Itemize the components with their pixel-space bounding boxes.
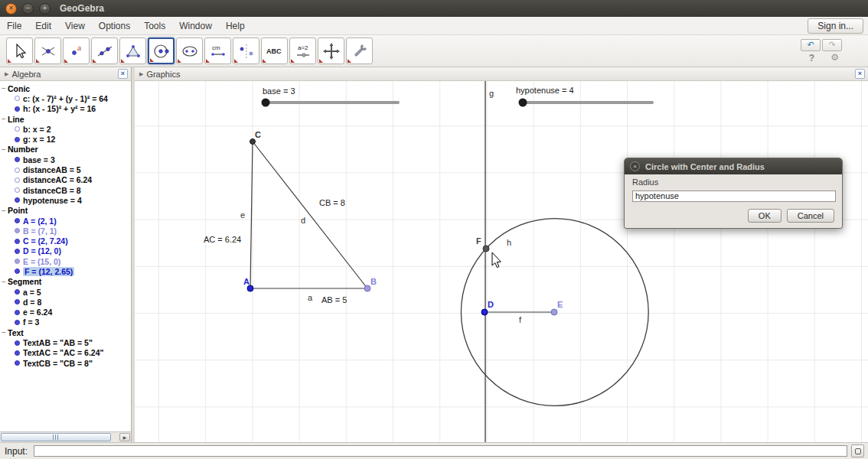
algebra-item[interactable]: TextAB = "AB = 5" <box>0 337 131 347</box>
polygon-tool-button[interactable] <box>119 37 146 64</box>
algebra-item[interactable]: hypotenuse = 4 <box>0 195 131 205</box>
reflect-tool-button[interactable] <box>233 37 259 64</box>
scroll-right-button[interactable]: ▶ <box>119 433 130 441</box>
text-AB[interactable]: AB = 5 <box>321 295 347 304</box>
menu-options[interactable]: Options <box>92 18 137 34</box>
algebra-item[interactable]: f = 3 <box>0 317 131 327</box>
algebra-item-selected[interactable]: F = (12, 2.65) <box>0 266 131 276</box>
algebra-item[interactable]: c: (x - 7)² + (y - 1)² = 64 <box>0 93 131 103</box>
visibility-dot-icon[interactable] <box>15 187 20 193</box>
tool-submenu-arrow-icon[interactable] <box>93 59 96 63</box>
menu-window[interactable]: Window <box>172 18 219 34</box>
conic-tool-button[interactable] <box>176 37 203 64</box>
menu-help[interactable]: Help <box>219 18 252 34</box>
algebra-item[interactable]: g: x = 12 <box>0 134 131 144</box>
algebra-item[interactable]: E = (15, 0) <box>0 256 131 266</box>
tool-submenu-arrow-icon[interactable] <box>64 59 68 63</box>
visibility-dot-icon[interactable] <box>15 299 20 304</box>
point-label-tool-button[interactable]: a <box>63 37 90 64</box>
tool-submenu-arrow-icon[interactable] <box>150 58 154 62</box>
tool-submenu-arrow-icon[interactable] <box>206 59 210 63</box>
tool-submenu-arrow-icon[interactable] <box>263 59 266 63</box>
text-AC[interactable]: AC = 6.24 <box>204 235 241 244</box>
tree-collapse-icon[interactable]: − <box>0 115 8 123</box>
algebra-item[interactable]: TextCB = "CB = 8" <box>0 358 131 368</box>
algebra-item[interactable]: C = (2, 7.24) <box>0 236 131 246</box>
graphics-close-icon[interactable]: × <box>855 69 865 79</box>
move-graphics-tool-button[interactable] <box>318 37 344 64</box>
point-A[interactable] <box>247 285 253 291</box>
ok-button[interactable]: OK <box>748 209 782 223</box>
line-tool-button[interactable] <box>91 37 118 64</box>
tool-submenu-arrow-icon[interactable] <box>291 59 295 63</box>
graphics-view[interactable]: base = 3 hypotenuse = 4 g h <box>135 81 868 442</box>
circle-tool-button[interactable] <box>148 37 175 64</box>
algebra-group-segment[interactable]: − Segment <box>0 277 131 287</box>
algebra-item[interactable]: A = (2, 1) <box>0 216 131 226</box>
visibility-dot-icon[interactable] <box>15 340 20 346</box>
slider-tool-button[interactable]: a=2 <box>289 37 316 64</box>
visibility-dot-icon[interactable] <box>15 168 20 173</box>
algebra-item[interactable]: B = (7, 1) <box>0 226 131 236</box>
point-D[interactable] <box>481 309 488 315</box>
visibility-dot-icon[interactable] <box>15 239 20 244</box>
visibility-dot-icon[interactable] <box>15 269 20 274</box>
algebra-group-conic[interactable]: − Conic <box>0 83 131 93</box>
algebra-item[interactable]: distanceCB = 8 <box>0 185 131 195</box>
move-tool-button[interactable] <box>6 37 33 64</box>
algebra-item[interactable]: distanceAC = 6.24 <box>0 175 131 185</box>
visibility-dot-icon[interactable] <box>15 228 20 233</box>
window-maximize-icon[interactable]: + <box>39 3 51 15</box>
algebra-item[interactable]: d = 8 <box>0 297 131 307</box>
measure-tool-button[interactable]: cm <box>204 37 231 64</box>
algebra-item[interactable]: base = 3 <box>0 155 131 164</box>
visibility-dot-icon[interactable] <box>15 259 20 264</box>
window-close-icon[interactable]: × <box>5 3 17 15</box>
text-CB[interactable]: CB = 8 <box>319 198 345 207</box>
algebra-horizontal-scrollbar[interactable]: ▶ <box>0 431 131 442</box>
redo-button[interactable]: ↷ <box>822 39 842 51</box>
dialog-title-bar[interactable]: × Circle with Center and Radius <box>625 158 842 174</box>
menu-file[interactable]: File <box>0 18 28 34</box>
sign-in-button[interactable]: Sign in... <box>808 18 863 34</box>
tool-submenu-arrow-icon[interactable] <box>8 59 11 63</box>
tree-collapse-icon[interactable]: − <box>0 84 8 93</box>
settings-tool-button[interactable] <box>346 37 373 64</box>
algebra-item[interactable]: TextAC = "AC = 6.24" <box>0 348 131 358</box>
collapse-arrow-icon[interactable]: ▶ <box>139 71 143 77</box>
tool-submenu-arrow-icon[interactable] <box>319 59 323 63</box>
algebra-close-icon[interactable]: × <box>118 69 128 79</box>
algebra-group-text[interactable]: − Text <box>0 327 131 337</box>
visibility-dot-icon[interactable] <box>15 218 20 223</box>
menu-edit[interactable]: Edit <box>28 18 58 34</box>
tree-collapse-icon[interactable]: − <box>0 278 8 286</box>
command-input[interactable] <box>34 445 847 457</box>
visibility-dot-icon[interactable] <box>15 310 20 315</box>
visibility-dot-icon[interactable] <box>15 106 20 112</box>
tool-submenu-arrow-icon[interactable] <box>178 59 181 63</box>
window-minimize-icon[interactable]: − <box>22 3 34 15</box>
point-C[interactable] <box>250 139 256 145</box>
slider-base-handle[interactable] <box>262 99 270 107</box>
tool-submenu-arrow-icon[interactable] <box>348 59 351 63</box>
point-tool-button[interactable] <box>34 37 61 64</box>
visibility-dot-icon[interactable] <box>15 350 20 356</box>
algebra-group-point[interactable]: − Point <box>0 206 131 216</box>
algebra-item[interactable]: h: (x - 15)² + y² = 16 <box>0 104 131 114</box>
cancel-button[interactable]: Cancel <box>787 209 834 223</box>
text-tool-button[interactable]: ABC <box>261 37 288 64</box>
algebra-item[interactable]: distanceAB = 5 <box>0 164 131 174</box>
input-help-button[interactable] <box>851 444 864 457</box>
algebra-group-number[interactable]: − Number <box>0 145 131 155</box>
tool-submenu-arrow-icon[interactable] <box>234 59 238 63</box>
tool-submenu-arrow-icon[interactable] <box>121 59 125 63</box>
title-bar[interactable]: × − + GeoGebra <box>0 0 868 17</box>
tree-collapse-icon[interactable]: − <box>0 328 8 337</box>
algebra-item[interactable]: e = 6.24 <box>0 308 131 317</box>
radius-input[interactable] <box>632 190 836 202</box>
visibility-dot-icon[interactable] <box>15 320 20 325</box>
algebra-item[interactable]: a = 5 <box>0 287 131 297</box>
algebra-item[interactable]: D = (12, 0) <box>0 246 131 256</box>
visibility-dot-icon[interactable] <box>15 157 20 162</box>
dialog-close-icon[interactable]: × <box>630 161 640 171</box>
